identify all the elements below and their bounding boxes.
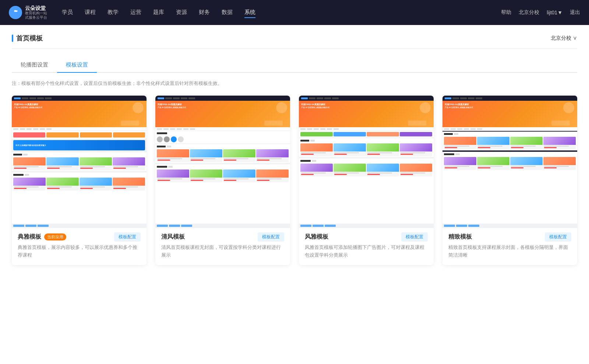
logo-title: 云朵设堂 <box>25 5 47 11</box>
templates-grid: 托福TP01-S4真题及解析产品 AI Q2空突出,成就版,体验方式30天 让你… <box>12 96 577 265</box>
tab-轮播图设置[interactable]: 轮播图设置 <box>12 58 57 73</box>
template-footer: 清风模板模板配置清风首页模板课程无封面，可设置按学科分类对课程进行展示 <box>155 228 290 265</box>
template-config-button[interactable]: 模板配置 <box>258 232 284 242</box>
template-footer: 典雅模板当前应用模板配置典雅首页模板，展示内容较多，可以展示优惠券和多个推荐课程 <box>12 228 147 265</box>
nav-item-数据[interactable]: 数据 <box>222 7 233 18</box>
nav-item-财务[interactable]: 财务 <box>199 7 210 18</box>
template-thumbnail: 托福TP01-S4真题及解析产品 AI Q2空突出,成就版,体验方式30天 让你… <box>12 96 147 228</box>
navbar-right: 帮助 北京分校 lijt01▼ 退出 <box>501 9 580 16</box>
nav-item-学员[interactable]: 学员 <box>62 7 73 18</box>
template-card-template-elegant2[interactable]: 托福TP01-S4真题及解析产品 AI Q2空突出,成就版,体验方式预览模板应用… <box>299 96 434 265</box>
template-card-template-fresh[interactable]: 托福TP01-S4真题及解析产品 AI Q2空突出,成就版,体验方式预览模板应用… <box>155 96 290 265</box>
template-thumbnail: 托福TP01-S4真题及解析产品 AI Q2空突出,成就版,体验方式预览模板应用… <box>155 96 290 228</box>
nav-item-课程[interactable]: 课程 <box>85 7 96 18</box>
note-text: 注：模板有部分个性化样式设置，设置后仅当前模板生效；非个性化样式设置后针对所有模… <box>12 80 577 87</box>
logo-sub2: 式服务云平台 <box>25 15 47 20</box>
logout-button[interactable]: 退出 <box>570 9 580 16</box>
template-config-button[interactable]: 模板配置 <box>401 232 428 242</box>
template-name-label: 风雅模板 <box>305 233 328 241</box>
page-title-wrap: 首页模板 <box>12 34 43 43</box>
template-footer: 风雅模板模板配置风雅首页模板可添加轮播图下广告图片，可对课程及课程包设置学科分类… <box>299 228 434 265</box>
tabs-bar: 轮播图设置模板设置 <box>12 58 577 73</box>
template-name-label: 精致模板 <box>448 233 472 241</box>
navbar: ☁ 云朵设堂 教育机构一站 式服务云平台 学员课程教学运营题库资源财务数据系统 … <box>0 0 589 25</box>
logo-sub1: 教育机构一站 <box>25 11 47 15</box>
template-description: 典雅首页模板，展示内容较多，可以展示优惠券和多个推荐课程 <box>18 244 141 259</box>
template-name-row: 精致模板模板配置 <box>448 232 571 242</box>
template-name-row: 风雅模板模板配置 <box>305 232 428 242</box>
template-description: 清风首页模板课程无封面，可设置按学科分类对课程进行展示 <box>161 244 284 259</box>
page-header: 首页模板 北京分校 ∨ <box>12 25 577 49</box>
nav-item-题库[interactable]: 题库 <box>153 7 164 18</box>
template-thumbnail: 托福TP01-S4真题及解析产品 AI Q2空突出,成就版,体验方式预览模板应用… <box>299 96 434 228</box>
logo[interactable]: ☁ 云朵设堂 教育机构一站 式服务云平台 <box>9 5 47 20</box>
nav-item-系统[interactable]: 系统 <box>244 7 255 18</box>
logo-text: 云朵设堂 教育机构一站 式服务云平台 <box>25 5 47 20</box>
template-description: 风雅首页模板可添加轮播图下广告图片，可对课程及课程包设置学科分类展示 <box>305 244 428 259</box>
template-description: 精致首页模板支持课程展示封面，各模板分隔明显，界面简洁清晰 <box>448 244 571 259</box>
nav-item-资源[interactable]: 资源 <box>176 7 187 18</box>
branch-link[interactable]: 北京分校 <box>519 9 539 16</box>
current-badge: 当前应用 <box>44 233 66 240</box>
user-menu[interactable]: lijt01▼ <box>547 10 562 15</box>
title-bar-accent <box>12 35 13 42</box>
nav-item-运营[interactable]: 运营 <box>130 7 141 18</box>
branch-selector[interactable]: 北京分校 ∨ <box>551 35 577 42</box>
chevron-down-icon: ∨ <box>573 35 577 42</box>
template-name-row: 清风模板模板配置 <box>161 232 284 242</box>
tab-模板设置[interactable]: 模板设置 <box>57 58 97 73</box>
template-thumbnail: 托福TP01-S4真题及解析产品 AI Q2空突出,成就版,体验方式预览模板应用… <box>442 96 577 228</box>
nav-item-教学[interactable]: 教学 <box>107 7 119 18</box>
template-name-label: 清风模板 <box>161 233 185 241</box>
main-nav: 学员课程教学运营题库资源财务数据系统 <box>62 7 501 18</box>
template-footer: 精致模板模板配置精致首页模板支持课程展示封面，各模板分隔明显，界面简洁清晰 <box>442 228 577 265</box>
main-content: 首页模板 北京分校 ∨ 轮播图设置模板设置 注：模板有部分个性化样式设置，设置后… <box>0 25 589 364</box>
template-card-template-refined[interactable]: 托福TP01-S4真题及解析产品 AI Q2空突出,成就版,体验方式预览模板应用… <box>442 96 577 265</box>
template-config-button[interactable]: 模板配置 <box>545 232 571 242</box>
template-config-button[interactable]: 模板配置 <box>114 232 141 242</box>
logo-icon: ☁ <box>9 6 22 19</box>
template-name-label: 典雅模板 <box>18 233 41 241</box>
template-name-row: 典雅模板当前应用模板配置 <box>18 232 141 242</box>
template-card-template-elegant[interactable]: 托福TP01-S4真题及解析产品 AI Q2空突出,成就版,体验方式30天 让你… <box>12 96 147 265</box>
help-link[interactable]: 帮助 <box>501 9 511 16</box>
page-title: 首页模板 <box>16 34 43 43</box>
